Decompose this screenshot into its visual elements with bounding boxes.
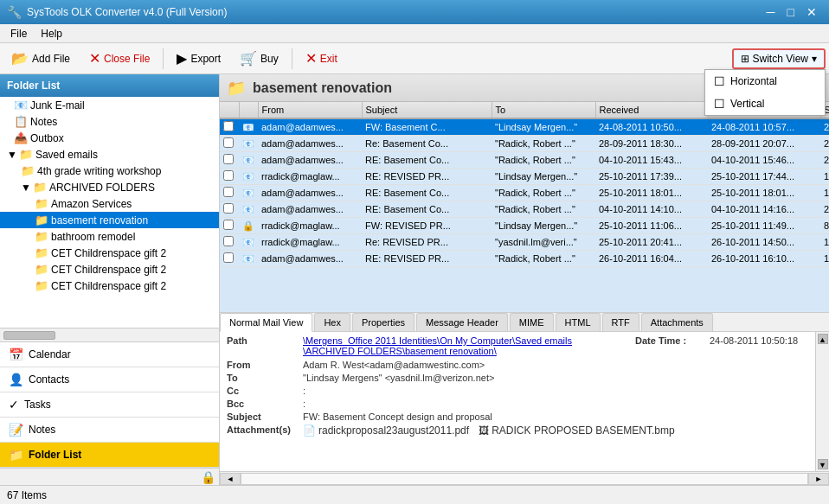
nav-item-contacts[interactable]: 👤 Contacts [0, 367, 219, 392]
table-row[interactable]: 📧 adam@adamwes... RE: Basement Co... "Ra… [220, 201, 829, 218]
nav-item-folder-list[interactable]: 📁 Folder List [0, 443, 219, 468]
exit-button[interactable]: ✕ Exit [298, 47, 345, 70]
row-checkbox-5[interactable] [220, 201, 239, 218]
preview-datetime-value: 24-08-2011 10:50:18 [710, 335, 808, 346]
buy-button[interactable]: 🛒 Buy [232, 47, 286, 70]
preview-bcc-label: Bcc [227, 399, 296, 409]
row-checkbox-7[interactable] [220, 234, 239, 251]
tab-normal-mail-view[interactable]: Normal Mail View [220, 313, 312, 332]
table-row[interactable]: 📧 rradick@maglaw... Re: REVISED PR... "y… [220, 234, 829, 251]
tree-item-junk[interactable]: 📧 Junk E-mail [0, 97, 219, 113]
sidebar-hscroll[interactable] [0, 328, 219, 341]
col-subject[interactable]: Subject [362, 102, 492, 118]
sidebar-header-title: Folder List [7, 80, 60, 92]
window-controls[interactable]: ─ □ ✕ [762, 3, 822, 21]
tree-item-saved-emails[interactable]: ▼ 📁 Saved emails [0, 146, 219, 163]
tree-item-basement[interactable]: 📁 basement renovation [0, 212, 219, 228]
col-checkbox[interactable] [220, 102, 239, 118]
close-file-button[interactable]: ✕ Close File [81, 47, 157, 70]
status-bar: 67 Items [0, 485, 829, 504]
row-to-6: "Lindsay Mergen..." [492, 218, 595, 234]
row-checkbox-1[interactable] [220, 136, 239, 152]
preview-vscroll[interactable]: ▲ ▼ [815, 332, 829, 471]
tab-html[interactable]: HTML [556, 313, 601, 331]
row-from-4: adam@adamwes... [258, 185, 362, 201]
table-row[interactable]: 📧 adam@adamwes... Re: Basement Co... "Ra… [220, 136, 829, 152]
add-file-button[interactable]: 📂 Add File [3, 47, 78, 70]
hscroll-right-btn[interactable]: ► [808, 473, 829, 485]
sidebar-hscroll-thumb[interactable] [3, 331, 55, 340]
col-received[interactable]: Received [595, 102, 708, 118]
hscroll-left-btn[interactable]: ◄ [220, 473, 241, 485]
row-to-7: "yasdnil.lm@veri..." [492, 234, 595, 251]
tree-item-archived[interactable]: ▼ 📁 ARCHIVED FOLDERS [0, 179, 219, 195]
table-row[interactable]: 📧 adam@adamwes... FW: Basement C... "Lin… [220, 118, 829, 136]
tab-hex[interactable]: Hex [314, 313, 350, 331]
row-size-5: 23 [820, 201, 829, 218]
nav-item-calendar[interactable]: 📅 Calendar [0, 342, 219, 367]
attachment-2[interactable]: 🖼 RADICK PROPOSED BASEMENT.bmp [479, 424, 674, 437]
bathroom-icon: 📁 [35, 230, 48, 243]
row-received-6: 25-10-2011 11:06... [595, 218, 708, 234]
tree-item-bathroom[interactable]: 📁 bathroom remodel [0, 228, 219, 245]
table-row[interactable]: 📧 adam@adamwes... RE: Basement Co... "Ra… [220, 185, 829, 201]
dropdown-item-horizontal[interactable]: ☐ Horizontal [705, 70, 825, 93]
main-layout: Folder List 📧 Junk E-mail 📋 Notes 📤 Outb… [0, 74, 829, 485]
tab-properties[interactable]: Properties [352, 313, 414, 331]
tree-item-cet1[interactable]: 📁 CET Childrenspace gift 2 [0, 245, 219, 261]
row-checkbox-4[interactable] [220, 185, 239, 201]
row-checkbox-2[interactable] [220, 152, 239, 169]
tree-item-notes-folder[interactable]: 📋 Notes [0, 113, 219, 130]
contacts-icon: 👤 [9, 373, 23, 386]
col-from[interactable]: From [258, 102, 362, 118]
switch-view-button[interactable]: ⊞ Switch View ▾ [732, 48, 826, 69]
attachment-1[interactable]: 📄 radickproposal23august2011.pdf [303, 424, 469, 437]
row-to-1: "Radick, Robert ..." [492, 136, 595, 152]
tree-item-amazon[interactable]: 📁 Amazon Services [0, 195, 219, 212]
table-row[interactable]: 📧 rradick@maglaw... RE: REVISED PR... "L… [220, 169, 829, 185]
close-button[interactable]: ✕ [801, 3, 822, 21]
table-row[interactable]: 📧 adam@adamwes... RE: Basement Co... "Ra… [220, 152, 829, 169]
row-icon-8: 📧 [239, 251, 258, 267]
vscroll-down-btn[interactable]: ▼ [818, 459, 828, 469]
row-to-0: "Lindsay Mergen..." [492, 118, 595, 136]
minimize-button[interactable]: ─ [762, 3, 781, 21]
tab-attachments[interactable]: Attachments [641, 313, 713, 331]
sidebar: Folder List 📧 Junk E-mail 📋 Notes 📤 Outb… [0, 74, 220, 485]
maximize-button[interactable]: □ [782, 3, 800, 21]
row-checkbox-6[interactable] [220, 218, 239, 234]
tree-item-cet3[interactable]: 📁 CET Childrenspace gift 2 [0, 278, 219, 294]
row-received-8: 26-10-2011 16:04... [595, 251, 708, 267]
horizontal-label: Horizontal [730, 75, 777, 87]
nav-item-notes[interactable]: 📝 Notes [0, 418, 219, 443]
table-row[interactable]: 🔒 rradick@maglaw... FW: REVISED PR... "L… [220, 218, 829, 234]
col-icon[interactable] [239, 102, 258, 118]
tree-item-cet2[interactable]: 📁 CET Childrenspace gift 2 [0, 261, 219, 278]
email-table-container[interactable]: From Subject To Received Received Size(K… [220, 102, 829, 312]
row-checkbox-3[interactable] [220, 169, 239, 185]
menu-help[interactable]: Help [34, 26, 69, 41]
row-checkbox-8[interactable] [220, 251, 239, 267]
row-size-3: 12 [820, 169, 829, 185]
row-checkbox-0[interactable] [220, 118, 239, 136]
export-toolbar-button[interactable]: ▶ Export [169, 47, 228, 70]
vscroll-up-btn[interactable]: ▲ [818, 334, 828, 344]
tab-rtf[interactable]: RTF [602, 313, 639, 331]
nav-item-tasks[interactable]: ✓ Tasks [0, 392, 219, 418]
tree-label-cet3: CET Childrenspace gift 2 [51, 280, 166, 292]
preview-path-value[interactable]: \Mergens_Office 2011 Identities\On My Co… [303, 335, 635, 356]
title-bar: 🔧 SysTools OLK Converter v4.0 (Full Vers… [0, 0, 829, 24]
col-to[interactable]: To [492, 102, 595, 118]
menu-file[interactable]: File [3, 26, 34, 41]
table-row[interactable]: 📧 adam@adamwes... RE: REVISED PR... "Rad… [220, 251, 829, 267]
tree-item-outbox[interactable]: 📤 Outbox [0, 130, 219, 146]
dropdown-item-vertical[interactable]: ☐ Vertical [705, 93, 825, 115]
tab-mime[interactable]: MIME [510, 313, 554, 331]
switch-view-container[interactable]: ⊞ Switch View ▾ ☐ Horizontal ☐ Vertical [732, 48, 826, 69]
tab-message-header[interactable]: Message Header [416, 313, 508, 331]
tree-item-4th-grade[interactable]: 📁 4th grade writing workshop [0, 163, 219, 179]
hscroll-track[interactable] [241, 473, 808, 485]
preview-from-value: Adam R. West<adam@adamwestinc.com> [303, 360, 808, 370]
tree-label-basement: basement renovation [51, 214, 148, 226]
preview-hscroll[interactable]: ◄ ► [220, 471, 829, 485]
